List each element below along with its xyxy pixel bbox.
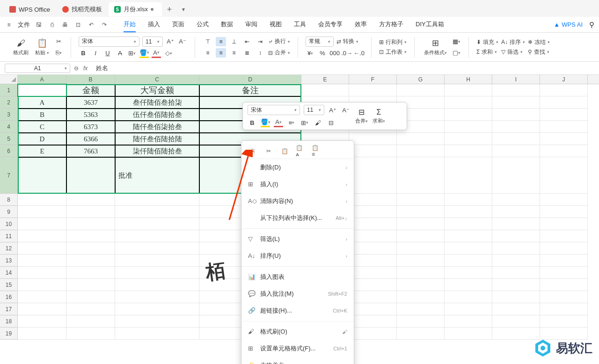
row-header[interactable]: 4 [0,121,18,133]
cell[interactable]: B [18,109,66,121]
cell[interactable] [115,315,199,328]
fill-color-icon[interactable]: 🪣▾ [139,49,149,58]
format-painter-button[interactable]: 🖌格式刷 [11,37,30,57]
ctx-sort[interactable]: A↓排序(U)› [241,248,354,264]
cell[interactable] [540,242,588,255]
cell[interactable] [301,84,349,96]
cell[interactable] [445,230,492,242]
align-middle-icon[interactable]: ≡ [216,37,226,46]
cell[interactable] [492,206,540,218]
align-top-icon[interactable]: ⊤ [203,37,213,46]
table-style-icon[interactable]: ▦▾ [452,37,461,46]
ctx-copy-icon[interactable]: ⎘ [248,146,257,156]
cell[interactable]: 伍仟叁佰陆拾叁 [115,109,199,121]
increase-font-icon[interactable]: A⁺ [166,37,175,46]
cell[interactable] [18,303,66,315]
cell[interactable] [492,242,540,255]
ctx-insert[interactable]: ⊞插入(I)› [241,176,354,193]
cell[interactable] [349,328,397,340]
cell[interactable] [66,206,115,218]
cell[interactable] [397,267,445,279]
cell[interactable] [115,218,199,230]
cell[interactable] [349,255,397,267]
cell[interactable] [445,157,492,194]
clear-format-icon[interactable]: ◇▾ [164,49,173,58]
freeze-button[interactable]: ❄ 冻结▾ [528,38,550,46]
ctx-clear[interactable]: A◇清除内容(N)› [241,193,354,210]
cell[interactable] [66,328,115,340]
cell[interactable] [115,279,199,291]
cell[interactable] [445,133,492,145]
cell[interactable] [349,218,397,230]
cell[interactable] [18,157,66,194]
search-icon[interactable]: ⚲ [589,21,594,29]
ctx-insert-comment[interactable]: 💬插入批注(M)Shift+F2 [241,285,354,302]
row-header[interactable]: 2 [0,96,18,109]
ctx-delete[interactable]: 删除(D)› [241,159,354,176]
undo-icon[interactable]: ↶ [87,21,95,29]
col-header-c[interactable]: C [115,75,199,84]
align-bottom-icon[interactable]: ⊥ [229,37,239,46]
cell[interactable] [445,218,492,230]
cell[interactable] [492,194,540,206]
cell[interactable] [115,230,199,242]
cell[interactable]: E [18,145,66,157]
mini-size-select[interactable]: 11▾ [304,105,324,115]
cell[interactable] [18,242,66,255]
find-button[interactable]: ⚲ 查找▾ [528,48,550,56]
cell[interactable] [445,109,492,121]
cell[interactable] [492,109,540,121]
cell[interactable] [397,157,445,194]
cell[interactable] [445,328,492,340]
mini-font-select[interactable]: 宋体▾ [248,105,300,115]
copy-icon[interactable]: ⎘▾ [54,48,63,58]
cell[interactable] [115,194,199,206]
cell[interactable] [397,84,445,96]
cell[interactable] [18,194,66,206]
col-header-a[interactable]: A [18,75,66,84]
cell[interactable]: 陆仟叁佰柒拾叁 [115,121,199,133]
cell[interactable] [397,242,445,255]
cell[interactable] [492,133,540,145]
cell[interactable] [349,157,397,194]
cell[interactable] [540,96,588,109]
decrease-indent-icon[interactable]: ⇤ [242,37,252,46]
cell[interactable] [540,315,588,328]
cell[interactable] [540,109,588,121]
cell[interactable] [115,303,199,315]
cell[interactable] [397,328,445,340]
cell[interactable] [492,218,540,230]
mini-border-icon[interactable]: ⊞▾ [300,118,309,127]
tab-start[interactable]: 开始 [124,17,136,32]
cell[interactable] [18,291,66,303]
cell[interactable] [397,194,445,206]
cell[interactable] [66,218,115,230]
tab-efficiency[interactable]: 效率 [355,17,367,32]
cell[interactable] [349,291,397,303]
cell[interactable] [540,84,588,96]
mini-fill-color-icon[interactable]: 🪣▾ [261,118,270,127]
row-header[interactable]: 10 [0,218,18,230]
ctx-format-painter[interactable]: 🖌格式刷(O)🖌 [241,323,354,340]
mini-sum-button[interactable]: Σ求和▾ [373,108,385,124]
print-icon[interactable]: 🖶 [61,21,69,29]
cell[interactable] [397,133,445,145]
cell[interactable] [18,206,66,218]
cell[interactable] [66,303,115,315]
cell[interactable]: A [18,96,66,109]
tab-vip[interactable]: 会员专享 [318,17,343,32]
row-header[interactable]: 18 [0,315,18,328]
tab-formula[interactable]: 公式 [197,17,209,32]
cell[interactable] [445,267,492,279]
cell[interactable] [540,206,588,218]
cell[interactable] [66,194,115,206]
cell[interactable] [445,194,492,206]
align-right-icon[interactable]: ≡ [229,48,239,58]
cell[interactable] [349,242,397,255]
cell[interactable]: 大写金额 [115,84,199,96]
cell[interactable] [492,291,540,303]
increase-indent-icon[interactable]: ⇥ [255,37,265,46]
mini-format-painter-icon[interactable]: 🖌 [313,118,322,127]
font-size-select[interactable]: 11▾ [142,36,163,47]
comma-icon[interactable]: 000 [330,49,339,58]
